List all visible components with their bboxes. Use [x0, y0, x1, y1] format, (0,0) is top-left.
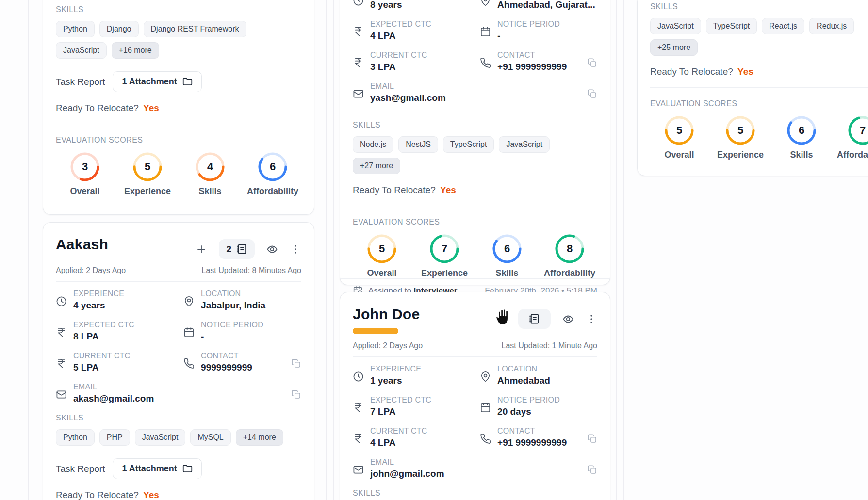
location-value: Ahmedabad [497, 375, 550, 386]
notes-button[interactable] [518, 309, 551, 329]
candidate-name: Aakash [56, 236, 108, 253]
last-updated: Last Updated: 8 Minutes Ago [202, 266, 301, 275]
more-skills-chip[interactable]: +27 more [353, 158, 400, 174]
plus-icon [495, 313, 507, 325]
skill-chip: MySQL [190, 429, 230, 446]
add-button[interactable] [196, 243, 207, 255]
contact-value: +91 9999999999 [497, 437, 567, 448]
evaluation-scores-label: EVALUATION SCORES [650, 99, 868, 108]
email-label: EMAIL [370, 82, 446, 91]
copy-email-button[interactable] [291, 389, 301, 400]
email-value: john@gmail.com [370, 468, 444, 479]
clock-icon [56, 296, 67, 307]
copy-contact-button[interactable] [587, 434, 597, 444]
more-skills-chip[interactable]: +16 more [112, 42, 159, 59]
view-button[interactable] [266, 243, 278, 255]
notebook-icon [236, 243, 247, 255]
rupee-icon [353, 433, 364, 444]
calendar-icon [183, 327, 195, 338]
skill-chip: JavaScript [56, 42, 107, 59]
applied-date: Applied: 2 Days Ago [353, 341, 423, 350]
attachment-button[interactable]: 1 Attachment [113, 71, 201, 92]
clock-icon [353, 371, 364, 382]
current-ctc-value: 3 LPA [370, 62, 427, 72]
more-options-button[interactable] [586, 313, 597, 325]
kebab-menu-icon [586, 313, 597, 325]
view-button[interactable] [562, 313, 574, 325]
relocate-row: Ready To Relocate? Yes [353, 185, 597, 195]
divider [56, 124, 301, 124]
candidate-card-aakash[interactable]: Aakash 2 Applied: 2 Days Ago Last Update… [43, 222, 314, 500]
copy-email-button[interactable] [587, 465, 597, 475]
experience-label: EXPERIENCE [73, 290, 124, 298]
relocate-answer: Yes [143, 103, 159, 113]
relocate-answer: Yes [737, 66, 753, 77]
location-value: Ahmedabad, Gujarat... [497, 0, 595, 10]
applied-date: Applied: 2 Days Ago [56, 266, 126, 275]
relocate-question: Ready To Relocate? [56, 103, 139, 113]
eye-icon [562, 313, 574, 325]
notebook-icon [529, 313, 540, 324]
clock-icon [353, 0, 364, 6]
copy-email-button[interactable] [587, 89, 597, 99]
email-label: EMAIL [73, 383, 154, 391]
copy-contact-button[interactable] [291, 358, 301, 369]
copy-contact-button[interactable] [587, 58, 597, 68]
current-ctc-value: 4 LPA [370, 437, 427, 448]
phone-icon [480, 433, 491, 444]
notes-count-button[interactable]: 2 [219, 239, 255, 259]
score-ring-row: 5 Overall 5 Experience 6 Skills 7 Afford… [664, 115, 868, 160]
location-pin-icon [480, 0, 491, 6]
location-pin-icon [183, 296, 195, 307]
mail-icon [353, 88, 364, 99]
rupee-icon [353, 26, 364, 37]
more-skills-chip[interactable]: +14 more [236, 429, 283, 446]
score-ring-row: 3 Overall 5 Experience 4 Skills 6 Afford… [69, 151, 301, 196]
skills-section-label: SKILLS [56, 414, 301, 422]
skill-chip: Redux.js [809, 18, 854, 34]
skill-chip: JavaScript [135, 429, 186, 446]
attachment-button[interactable]: 1 Attachment [113, 458, 201, 479]
candidate-card[interactable]: SKILLS Python Django Django REST Framewo… [43, 0, 314, 215]
kebab-menu-icon [290, 243, 301, 255]
skills-chip-list: JavaScript TypeScript React.js Redux.js … [650, 18, 868, 56]
expected-ctc-value: 7 LPA [370, 406, 431, 417]
divider [650, 87, 868, 88]
relocate-question: Ready To Relocate? [56, 490, 139, 500]
candidate-card[interactable]: SKILLS JavaScript TypeScript React.js Re… [637, 0, 868, 176]
skill-chip: React.js [762, 18, 804, 34]
experience-label: EXPERIENCE [370, 365, 421, 373]
skills-section-label: SKILLS [353, 489, 597, 498]
more-skills-chip[interactable]: +25 more [650, 39, 698, 56]
score-ring-affordability: 7 Affordability [847, 115, 868, 160]
candidate-name-block: John Doe [353, 306, 420, 334]
folder-icon [182, 77, 193, 87]
score-ring-affordability: 6 Affordability [257, 151, 288, 196]
skills-chip-list: Python Django Django REST Framework Java… [56, 21, 301, 59]
attachment-count-label: 1 Attachment [122, 464, 177, 474]
relocate-row: Ready To Relocate? Yes [56, 103, 301, 113]
expected-ctc-label: EXPECTED CTC [370, 396, 431, 404]
contact-label: CONTACT [201, 352, 252, 360]
current-ctc-label: CURRENT CTC [370, 51, 427, 60]
expected-ctc-value: 8 LPA [73, 331, 134, 342]
email-value: yash@gmail.com [370, 93, 446, 103]
rupee-icon [353, 402, 364, 413]
skill-chip: JavaScript [499, 136, 550, 153]
score-ring-row: 5 Overall 7 Experience 6 Skills 8 Afford… [366, 233, 597, 278]
current-ctc-value: 5 LPA [73, 362, 130, 373]
skill-chip: Python [56, 429, 95, 446]
candidate-card-john-doe[interactable]: John Doe Applied: 2 Days Ago Last Update… [340, 292, 610, 500]
score-ring-skills: 4 Skills [195, 151, 226, 196]
relocate-row: Ready To Relocate? Yes [650, 66, 868, 77]
email-label: EMAIL [370, 458, 444, 467]
skills-section-label: SKILLS [650, 2, 868, 11]
notice-period-value: - [497, 31, 560, 41]
candidate-card-yash[interactable]: EXPERIENCE8 years LOCATIONAhmedabad, Guj… [340, 0, 610, 285]
evaluation-scores-label: EVALUATION SCORES [353, 218, 597, 226]
more-options-button[interactable] [290, 243, 301, 255]
evaluation-scores-label: EVALUATION SCORES [56, 136, 301, 145]
notice-period-value: - [201, 331, 263, 342]
add-button[interactable] [495, 313, 507, 325]
contact-label: CONTACT [497, 51, 567, 60]
